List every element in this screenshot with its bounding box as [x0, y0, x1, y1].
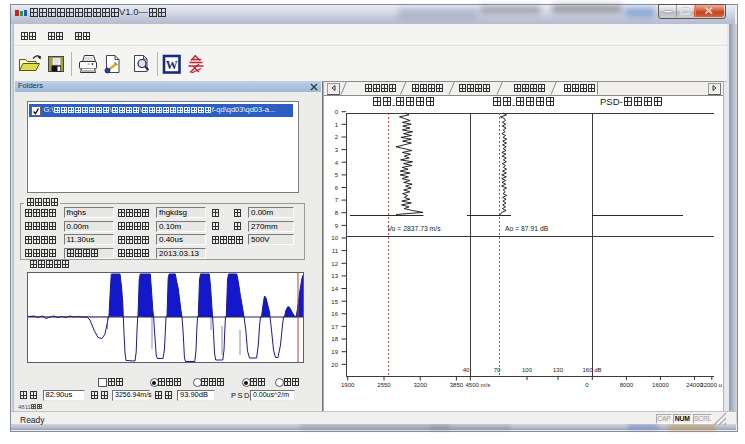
svg-text:100: 100	[522, 367, 533, 373]
svg-text:4500 m/s: 4500 m/s	[466, 382, 491, 388]
svg-text:1: 1	[335, 122, 339, 128]
svg-text:160 dB: 160 dB	[583, 367, 602, 373]
svg-text:Vo = 2837.73 m/s: Vo = 2837.73 m/s	[387, 225, 441, 232]
svg-text:130: 130	[553, 367, 564, 373]
svg-text:12: 12	[331, 261, 338, 267]
svg-text:16000: 16000	[652, 382, 669, 388]
svg-text:3: 3	[335, 147, 339, 153]
svg-text:70: 70	[494, 367, 501, 373]
svg-text:3200: 3200	[414, 382, 428, 388]
svg-text:W: W	[166, 58, 178, 72]
svg-text:2550: 2550	[377, 382, 391, 388]
svg-text:40: 40	[463, 367, 470, 373]
svg-text:9: 9	[335, 223, 339, 229]
svg-text:4: 4	[335, 160, 339, 166]
svg-text:17: 17	[331, 324, 338, 330]
svg-text:2: 2	[335, 134, 339, 140]
svg-text:5: 5	[335, 172, 339, 178]
svg-text:3850: 3850	[450, 382, 464, 388]
svg-text:0: 0	[585, 382, 589, 388]
svg-text:13: 13	[331, 273, 338, 279]
svg-text:8: 8	[335, 210, 339, 216]
svg-text:Ao = 87.91 dB: Ao = 87.91 dB	[505, 225, 549, 232]
svg-text:7: 7	[335, 197, 339, 203]
svg-text:14: 14	[331, 286, 338, 292]
svg-text:19: 19	[331, 349, 338, 355]
svg-text:20: 20	[331, 362, 338, 368]
svg-text:8000: 8000	[620, 382, 634, 388]
svg-text:1900: 1900	[341, 382, 355, 388]
svg-text:0: 0	[335, 109, 339, 115]
svg-text:18: 18	[331, 336, 338, 342]
svg-text:16: 16	[331, 311, 338, 317]
svg-text:6: 6	[335, 185, 339, 191]
svg-text:15: 15	[331, 299, 338, 305]
svg-text:11: 11	[332, 248, 339, 254]
svg-text:32000 u: 32000 u	[700, 382, 722, 388]
svg-text:10: 10	[331, 235, 338, 241]
